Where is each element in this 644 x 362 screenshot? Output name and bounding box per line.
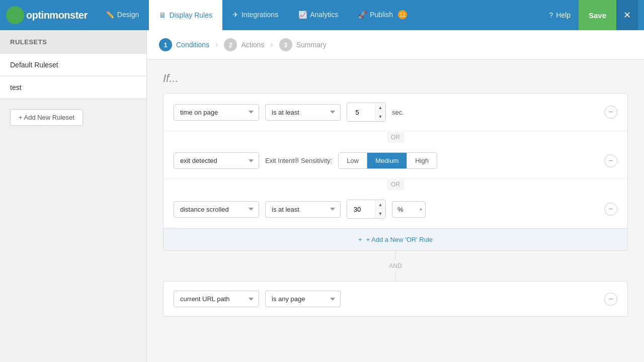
- and-label: AND: [384, 260, 407, 272]
- condition-select-1[interactable]: time on page exit detected distance scro…: [174, 104, 259, 121]
- sidebar-item-test-label: test: [10, 83, 22, 92]
- sidebar-item-default-ruleset-label: Default Ruleset: [10, 61, 58, 69]
- save-label: Save: [589, 11, 606, 20]
- nav-tab-design-label: Design: [117, 11, 139, 19]
- remove-rule-2[interactable]: −: [604, 154, 617, 167]
- sidebar-item-default-ruleset[interactable]: Default Ruleset: [0, 54, 146, 76]
- operator-select-4[interactable]: is any page is at least is less than is …: [265, 291, 341, 307]
- rule-row-distance-scrolled: distance scrolled time on page exit dete…: [164, 191, 627, 228]
- step-arrow-2: ›: [270, 40, 273, 49]
- operator-select-1[interactable]: is at least is less than is exactly: [265, 104, 341, 121]
- step-1-circle: 1: [159, 38, 172, 51]
- add-or-rule-label: + Add a New 'OR' Rule: [366, 236, 433, 243]
- remove-rule-4[interactable]: −: [604, 293, 617, 306]
- sensitivity-label: Exit Intent® Sensitivity:: [265, 157, 332, 164]
- add-ruleset-label: + Add New Ruleset: [19, 114, 74, 121]
- sensitivity-low[interactable]: Low: [339, 153, 367, 168]
- step-summary[interactable]: 3 Summary: [279, 38, 327, 51]
- nav-tab-analytics[interactable]: 📈 Analytics: [288, 0, 348, 30]
- spin-btns-3: ▲ ▼: [375, 200, 385, 218]
- display-rules-icon: 🖥: [159, 11, 166, 19]
- nav-tab-display-rules[interactable]: 🖥 Display Rules: [149, 0, 222, 30]
- nav-tab-publish[interactable]: 🚀 Publish 11: [348, 0, 417, 30]
- unit-select-wrap-3: % px ▾: [392, 201, 426, 218]
- number-input-wrap-1: ▲ ▼: [347, 103, 386, 122]
- operator-select-3[interactable]: is at least is less than is exactly: [265, 201, 341, 218]
- sensitivity-high[interactable]: High: [407, 153, 437, 168]
- unit-select-arrow-3: ▾: [417, 202, 425, 217]
- if-label: If...: [163, 72, 628, 85]
- rule-row-time-on-page: time on page exit detected distance scro…: [164, 94, 627, 131]
- number-input-wrap-3: ▲ ▼: [347, 200, 386, 219]
- rules-area: If... time on page exit detected distanc…: [147, 60, 644, 329]
- unit-select-3[interactable]: % px: [392, 202, 417, 217]
- design-icon: ✏️: [106, 11, 114, 19]
- nav-tab-integrations-label: Integrations: [242, 11, 278, 19]
- nav-tab-design[interactable]: ✏️ Design: [96, 0, 149, 30]
- or-connector-1: OR: [164, 131, 627, 143]
- close-button[interactable]: ✕: [616, 0, 638, 30]
- spin-up-1[interactable]: ▲: [375, 103, 385, 112]
- close-icon: ✕: [623, 10, 631, 21]
- rule-row-current-url-path: current URL path time on page exit detec…: [164, 282, 627, 316]
- unit-label-1: sec.: [392, 109, 404, 116]
- step-1-label: Conditions: [176, 41, 209, 49]
- or-connector-2: OR: [164, 178, 627, 191]
- condition-select-3[interactable]: distance scrolled time on page exit dete…: [174, 201, 259, 218]
- step-arrow-1: ›: [215, 40, 218, 49]
- or-label-1: OR: [387, 132, 404, 143]
- analytics-icon: 📈: [298, 11, 307, 19]
- step-2-label: Actions: [241, 41, 264, 49]
- topnav: optinmonster ✏️ Design 🖥 Display Rules ✈…: [0, 0, 644, 30]
- add-or-rule-button[interactable]: + + Add a New 'OR' Rule: [164, 228, 627, 250]
- rule-group-2: current URL path time on page exit detec…: [163, 281, 628, 317]
- nav-tab-integrations[interactable]: ✈ Integrations: [222, 0, 288, 30]
- sidebar-section-header: Rulesets: [0, 30, 146, 54]
- step-3-label: Summary: [296, 41, 327, 49]
- rule-group-1: time on page exit detected distance scro…: [163, 93, 628, 251]
- sidebar-item-test[interactable]: test: [0, 76, 146, 99]
- step-3-circle: 3: [279, 38, 292, 51]
- add-or-rule-plus-icon: +: [358, 236, 362, 243]
- steps-bar: 1 Conditions › 2 Actions › 3 Summary: [147, 30, 644, 60]
- step-conditions[interactable]: 1 Conditions: [159, 38, 209, 51]
- and-connector: AND: [163, 251, 628, 281]
- publish-icon: 🚀: [358, 11, 367, 19]
- add-ruleset-button[interactable]: + Add New Ruleset: [10, 109, 83, 126]
- number-input-1[interactable]: [347, 103, 375, 121]
- logo: optinmonster: [6, 6, 88, 24]
- nav-tab-publish-label: Publish: [370, 11, 393, 19]
- main-content: 1 Conditions › 2 Actions › 3 Summary If.…: [147, 30, 644, 362]
- step-2-circle: 2: [224, 38, 237, 51]
- publish-badge: 11: [398, 10, 407, 19]
- spin-btns-1: ▲ ▼: [375, 103, 385, 121]
- sidebar: Rulesets Default Ruleset test + Add New …: [0, 30, 147, 362]
- number-input-3[interactable]: [347, 200, 375, 218]
- help-label: Help: [556, 11, 571, 19]
- spin-down-3[interactable]: ▼: [375, 209, 385, 218]
- condition-select-2[interactable]: exit detected time on page distance scro…: [174, 152, 259, 169]
- nav-tab-analytics-label: Analytics: [310, 11, 338, 19]
- remove-rule-3[interactable]: −: [604, 203, 617, 216]
- remove-rule-1[interactable]: −: [604, 106, 617, 119]
- logo-icon: [6, 6, 24, 24]
- nav-tab-display-rules-label: Display Rules: [169, 11, 212, 19]
- integrations-icon: ✈: [232, 11, 238, 19]
- logo-text: optinmonster: [26, 10, 88, 21]
- step-actions[interactable]: 2 Actions: [224, 38, 264, 51]
- help-icon: ?: [549, 11, 553, 19]
- spin-up-3[interactable]: ▲: [375, 200, 385, 209]
- help-button[interactable]: ? Help: [541, 0, 579, 30]
- or-label-2: OR: [387, 179, 404, 190]
- rule-row-exit-detected: exit detected time on page distance scro…: [164, 143, 627, 178]
- condition-select-4[interactable]: current URL path time on page exit detec…: [174, 291, 259, 307]
- sensitivity-group: Low Medium High: [338, 152, 437, 169]
- save-button[interactable]: Save: [579, 0, 616, 30]
- spin-down-1[interactable]: ▼: [375, 112, 385, 121]
- sensitivity-medium[interactable]: Medium: [367, 153, 407, 168]
